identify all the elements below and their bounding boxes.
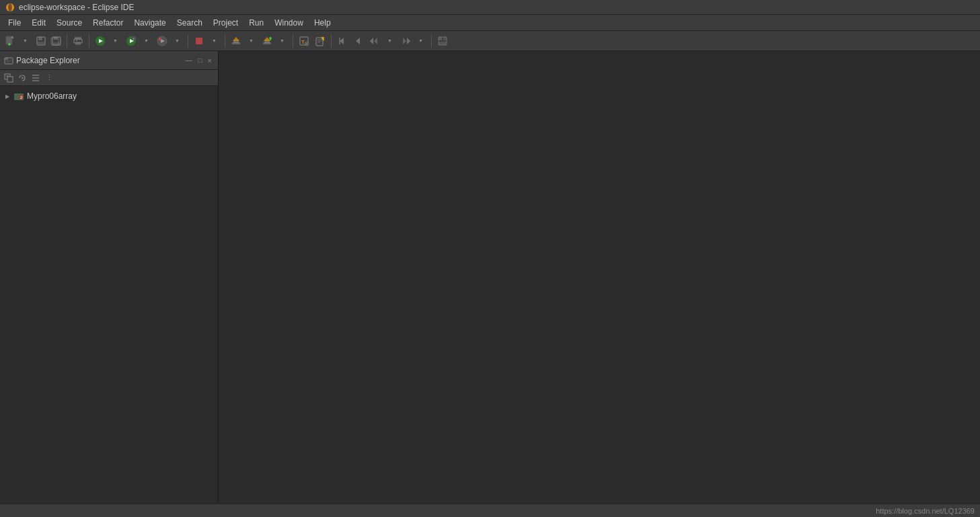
panel-more-button[interactable]: ⋮ <box>43 72 55 84</box>
build-button-group: ▼ <box>229 34 258 48</box>
console-button[interactable] <box>435 34 450 48</box>
toolbar-separator-3 <box>188 34 188 48</box>
tree-content: ▶ J Mypro06array <box>0 86 218 504</box>
svg-marker-47 <box>356 38 360 44</box>
menu-bar: File Edit Source Refactor Navigate Searc… <box>0 15 980 31</box>
forward-history-dropdown-button[interactable]: ▼ <box>413 34 428 48</box>
collapse-all-button[interactable] <box>3 72 15 84</box>
panel-header-left: Package Explorer <box>4 56 80 65</box>
link-with-editor-button[interactable] <box>16 72 28 84</box>
toolbar-separator-5 <box>293 34 293 48</box>
panel-close-button[interactable]: × <box>206 56 214 65</box>
toolbar-separator-7 <box>431 34 432 48</box>
editor-area <box>219 51 980 504</box>
menu-window[interactable]: Window <box>269 17 309 29</box>
toolbar-separator-1 <box>67 34 67 48</box>
build-all-button-group: ▼ <box>260 34 289 48</box>
build-all-button[interactable] <box>260 34 274 48</box>
prev-edit-button[interactable] <box>335 34 350 48</box>
status-bar: https://blog.csdn.net/LQ12369 <box>0 504 980 517</box>
project-icon: J <box>13 91 24 102</box>
svg-marker-50 <box>403 38 406 44</box>
tree-item-mypro06array[interactable]: ▶ J Mypro06array <box>0 89 218 104</box>
svg-rect-27 <box>196 38 202 44</box>
svg-rect-61 <box>7 77 13 82</box>
print-button[interactable] <box>71 34 85 48</box>
build-all-dropdown-button[interactable]: ▼ <box>274 34 289 48</box>
menu-refactor[interactable]: Refactor <box>87 17 128 29</box>
run-dropdown-button[interactable]: ▼ <box>108 34 122 48</box>
menu-file[interactable]: File <box>3 17 26 29</box>
coverage-button[interactable]: ♦ <box>124 34 139 48</box>
svg-rect-8 <box>38 37 42 40</box>
save-all-button[interactable] <box>48 34 63 48</box>
debug-dropdown-button[interactable]: ▼ <box>169 34 184 48</box>
svg-rect-9 <box>38 42 44 44</box>
svg-rect-53 <box>439 37 442 40</box>
back-history-button[interactable] <box>367 34 382 48</box>
svg-marker-49 <box>374 38 377 44</box>
svg-rect-64 <box>32 77 39 79</box>
chevron-down-icon: ▼ <box>418 38 423 43</box>
menu-help[interactable]: Help <box>309 17 336 29</box>
toolbar-separator-6 <box>331 34 332 48</box>
open-type-button[interactable]: T + <box>297 34 311 48</box>
forward-history-button[interactable] <box>398 34 413 48</box>
main-content: Package Explorer — □ × <box>0 51 980 504</box>
svg-text:J: J <box>20 95 22 100</box>
svg-marker-45 <box>340 38 344 44</box>
svg-rect-63 <box>32 75 39 76</box>
panel-maximize-button[interactable]: □ <box>196 56 205 65</box>
back-button[interactable] <box>351 34 366 48</box>
title-bar: eclipse-workspace - Eclipse IDE <box>0 0 980 15</box>
debug-button[interactable] <box>155 34 169 48</box>
forward-history-button-group: ▼ <box>398 34 428 48</box>
stop-button-group: ▼ <box>192 34 221 48</box>
chevron-down-icon: ▼ <box>175 38 180 43</box>
toolbar-separator-2 <box>89 34 89 48</box>
save-button[interactable] <box>34 34 48 48</box>
toolbar: ▼ <box>0 31 980 51</box>
chevron-down-icon: ▼ <box>249 38 254 43</box>
back-history-button-group: ▼ <box>367 34 397 48</box>
stop-dropdown-button[interactable]: ▼ <box>206 34 221 48</box>
coverage-button-group: ♦ ▼ <box>124 34 153 48</box>
chevron-down-icon: ▼ <box>23 38 28 43</box>
back-history-dropdown-button[interactable]: ▼ <box>382 34 397 48</box>
coverage-dropdown-button[interactable]: ▼ <box>139 34 153 48</box>
panel-minimize-button[interactable]: — <box>183 56 195 65</box>
menu-project[interactable]: Project <box>208 17 243 29</box>
menu-edit[interactable]: Edit <box>26 17 51 29</box>
chevron-down-icon: ▼ <box>280 38 285 43</box>
svg-text:♦: ♦ <box>133 37 135 40</box>
svg-rect-12 <box>54 37 58 40</box>
new-dropdown-button[interactable]: ▼ <box>17 34 32 48</box>
menu-search[interactable]: Search <box>172 17 208 29</box>
tree-expand-arrow[interactable]: ▶ <box>3 91 12 101</box>
debug-button-group: ▼ <box>155 34 184 48</box>
save-button-group <box>34 34 63 48</box>
run-button[interactable] <box>93 34 108 48</box>
svg-text:+: + <box>306 42 308 46</box>
run-button-group: ▼ <box>93 34 122 48</box>
svg-rect-13 <box>53 42 60 44</box>
chevron-down-icon: ▼ <box>212 38 217 43</box>
view-menu-button[interactable] <box>30 72 42 84</box>
svg-rect-17 <box>76 40 77 41</box>
svg-rect-57 <box>5 58 8 60</box>
package-explorer-title: Package Explorer <box>16 56 80 65</box>
stop-button[interactable] <box>192 34 206 48</box>
eclipse-icon <box>5 3 15 12</box>
menu-navigate[interactable]: Navigate <box>128 17 171 29</box>
package-explorer-icon <box>4 56 13 65</box>
svg-point-1 <box>8 3 12 11</box>
new-button[interactable] <box>3 34 17 48</box>
build-button[interactable] <box>229 34 243 48</box>
svg-rect-16 <box>75 42 81 45</box>
build-dropdown-button[interactable]: ▼ <box>243 34 258 48</box>
menu-run[interactable]: Run <box>243 17 269 29</box>
open-resource-button[interactable] <box>313 34 328 48</box>
menu-source[interactable]: Source <box>51 17 87 29</box>
window-title: eclipse-workspace - Eclipse IDE <box>19 3 134 12</box>
svg-point-26 <box>159 38 161 40</box>
